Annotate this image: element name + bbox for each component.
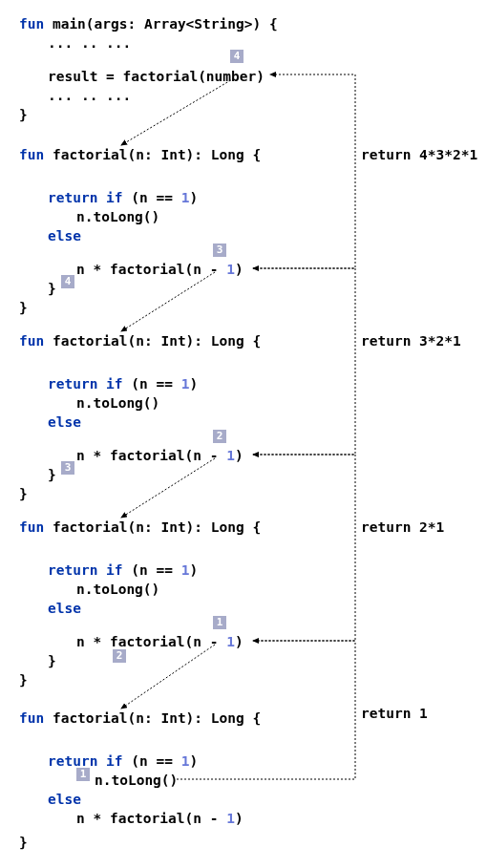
code-line: n * factorial(n - 1): [76, 449, 244, 463]
svg-line-1: [121, 272, 215, 331]
code-line: fun factorial(n: Int): Long {: [19, 334, 261, 349]
code-line: fun main(args: Array<String>) {: [19, 17, 278, 32]
step-badge: 2: [213, 430, 226, 443]
return-annotation-1: return 1: [361, 707, 428, 721]
code-line: fun factorial(n: Int): Long {: [19, 711, 261, 726]
step-badge: 3: [213, 243, 226, 257]
return-annotation-2: return 2*1: [361, 520, 444, 535]
code-line: return if (n == 1): [48, 377, 198, 392]
step-badge: 2: [113, 649, 126, 663]
code-line: }: [48, 468, 56, 482]
step-badge: 4: [61, 275, 74, 288]
code-line: else: [48, 602, 81, 616]
code-line: }: [19, 836, 28, 850]
code-line: n.toLong(): [76, 210, 159, 224]
code-line: return if (n == 1): [48, 754, 198, 769]
code-line: }: [19, 108, 28, 122]
code-line: n * factorial(n - 1): [76, 812, 244, 826]
code-line: ... .. ...: [48, 89, 131, 103]
code-line: n.toLong(): [95, 773, 178, 788]
call-return-arrows: [0, 0, 487, 868]
code-line: return if (n == 1): [48, 191, 198, 205]
code-line: n * factorial(n - 1): [76, 263, 244, 277]
code-line: }: [19, 673, 28, 688]
code-line: ... .. ...: [48, 36, 131, 51]
recursion-diagram: { "code": { "main": { "sig_pre": "fun", …: [0, 0, 487, 868]
step-badge: 4: [230, 50, 244, 63]
step-badge: 3: [61, 461, 74, 475]
svg-line-3: [121, 645, 215, 709]
return-annotation-3: return 3*2*1: [361, 334, 461, 349]
svg-line-0: [121, 78, 234, 145]
step-badge: 1: [213, 616, 226, 629]
code-line: }: [48, 654, 56, 668]
step-badge: 1: [76, 768, 90, 781]
code-line: fun factorial(n: Int): Long {: [19, 520, 261, 535]
code-line: return if (n == 1): [48, 563, 198, 578]
code-line: }: [19, 301, 28, 315]
code-line: n.toLong(): [76, 582, 159, 597]
code-line: result = factorial(number): [48, 70, 265, 84]
code-line: n.toLong(): [76, 396, 159, 411]
code-line: fun factorial(n: Int): Long {: [19, 148, 261, 162]
code-line: n * factorial(n - 1): [76, 635, 244, 649]
code-line: else: [48, 229, 81, 243]
code-line: }: [19, 487, 28, 501]
svg-line-2: [121, 458, 215, 518]
code-line: }: [48, 282, 56, 296]
return-annotation-4: return 4*3*2*1: [361, 148, 477, 162]
code-line: else: [48, 415, 81, 430]
code-line: else: [48, 793, 81, 807]
